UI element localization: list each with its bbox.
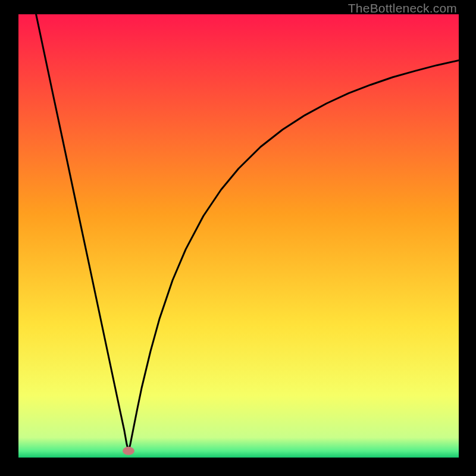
minimum-marker bbox=[123, 447, 134, 455]
watermark-text: TheBottleneck.com bbox=[348, 1, 457, 15]
gradient-background bbox=[18, 14, 459, 458]
chart-frame bbox=[18, 14, 459, 458]
bottleneck-chart bbox=[18, 14, 459, 458]
